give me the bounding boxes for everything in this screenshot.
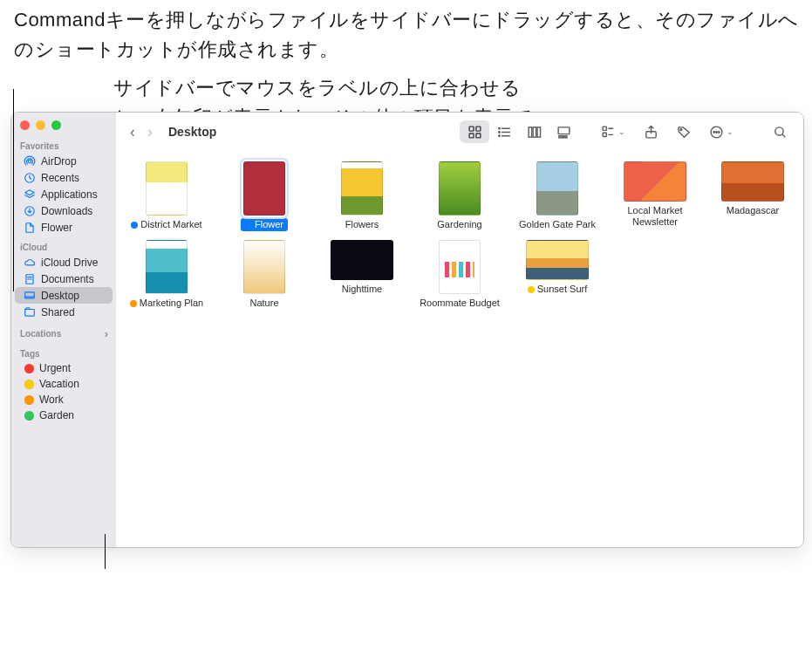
file-label: Gardening (433, 218, 486, 231)
chevron-down-icon: ⌄ (618, 127, 625, 136)
column-view-button[interactable] (519, 120, 549, 143)
sidebar-item-garden[interactable]: Garden (15, 407, 113, 423)
svg-point-17 (498, 131, 499, 132)
back-button[interactable]: ‹ (130, 123, 135, 141)
sidebar-item-urgent[interactable]: Urgent (15, 360, 113, 376)
sidebar-item-vacation[interactable]: Vacation (15, 376, 113, 392)
sidebar-item-label: Desktop (41, 290, 79, 302)
annotation-top: Commandキーを押しながらファイルをサイドバーにドラッグすると、そのファイル… (0, 0, 812, 65)
download-icon (23, 204, 36, 217)
file-item[interactable]: Nature (219, 240, 310, 310)
file-item[interactable]: Gardening (414, 161, 505, 231)
sidebar-item-label: Urgent (39, 362, 71, 374)
sidebar-item-documents[interactable]: Documents (15, 270, 113, 287)
sidebar-item-label: Work (39, 394, 64, 406)
file-label: Marketing Plan (126, 297, 208, 310)
sidebar-section-locations[interactable]: Locations › (11, 320, 116, 342)
file-item[interactable]: Marketing Plan (121, 240, 212, 310)
file-item[interactable]: Golden Gate Park (512, 161, 603, 231)
sidebar-item-airdrop[interactable]: AirDrop (15, 153, 113, 169)
sidebar-item-label: AirDrop (41, 155, 77, 168)
svg-line-37 (781, 133, 784, 136)
file-label: Sunset Surf (523, 283, 591, 296)
svg-rect-11 (469, 133, 474, 137)
main-pane: ‹ › Desktop (116, 113, 803, 547)
file-thumbnail (439, 161, 481, 216)
tags-label: Tags (20, 349, 40, 359)
file-item[interactable]: Flowers (317, 161, 407, 231)
sidebar-section-tags: Tags (11, 342, 116, 360)
file-item[interactable]: District Market (121, 161, 212, 231)
file-thumbnail (243, 161, 285, 216)
sidebar-item-label: Documents (41, 273, 94, 285)
file-name: Marketing Plan (140, 298, 203, 309)
sidebar-item-label: iCloud Drive (41, 257, 98, 269)
file-item[interactable]: Local Market Newsletter (610, 161, 700, 231)
forward-button[interactable]: › (147, 123, 153, 141)
file-label: Nighttime (338, 283, 386, 296)
sidebar-item-flower[interactable]: Flower (15, 219, 113, 236)
file-tag-icon (245, 222, 252, 229)
file-item[interactable]: Roommate Budget (414, 240, 505, 310)
file-thumbnail (624, 161, 686, 202)
file-name: Flower (255, 219, 283, 230)
file-item[interactable]: Nighttime (317, 240, 407, 310)
zoom-window-button[interactable] (51, 120, 61, 130)
file-thumbnail (721, 161, 784, 202)
svg-point-33 (713, 131, 714, 132)
svg-point-0 (28, 160, 31, 163)
file-name: Gardening (437, 219, 481, 230)
svg-rect-21 (537, 127, 541, 136)
svg-rect-27 (603, 133, 606, 136)
finder-window: Favorites AirDropRecentsApplicationsDown… (10, 112, 804, 548)
sidebar-item-downloads[interactable]: Downloads (15, 202, 113, 219)
file-name: Golden Gate Park (519, 219, 596, 230)
leader-top (13, 89, 14, 291)
file-name: Flowers (345, 219, 379, 230)
share-button[interactable] (636, 120, 665, 143)
svg-point-16 (498, 127, 499, 128)
file-label: Roommate Budget (415, 297, 504, 310)
file-label: Flowers (341, 218, 384, 231)
svg-point-35 (719, 131, 720, 132)
file-item[interactable]: Madagascar (707, 161, 798, 231)
gallery-view-button[interactable] (549, 120, 578, 143)
tags-button[interactable] (669, 120, 699, 143)
doc-icon (23, 272, 36, 285)
more-actions-button[interactable]: ⌄ (702, 120, 740, 143)
icon-view-button[interactable] (460, 120, 489, 143)
file-item[interactable]: Sunset Surf (512, 240, 603, 310)
minimize-window-button[interactable] (36, 120, 45, 130)
file-label: Nature (245, 297, 283, 310)
file-label: Madagascar (722, 204, 784, 217)
file-item[interactable]: Flower (219, 161, 310, 231)
file-name: Local Market Newsletter (614, 205, 696, 228)
sidebar: Favorites AirDropRecentsApplicationsDown… (11, 113, 116, 547)
tag-color-icon (24, 411, 34, 421)
svg-rect-24 (562, 135, 563, 137)
file-area[interactable]: District MarketFlowerFlowersGardeningGol… (116, 151, 803, 547)
list-view-button[interactable] (489, 120, 519, 143)
file-name: Nature (249, 298, 278, 309)
sidebar-item-work[interactable]: Work (15, 392, 113, 407)
sidebar-item-icloud-drive[interactable]: iCloud Drive (15, 254, 113, 270)
file-name: Madagascar (727, 205, 780, 216)
toolbar: ‹ › Desktop (116, 113, 803, 151)
svg-point-34 (716, 131, 717, 132)
clock-icon (23, 171, 36, 184)
svg-rect-22 (558, 127, 570, 133)
sidebar-item-desktop[interactable]: Desktop (15, 287, 113, 304)
sidebar-item-label: Garden (39, 409, 74, 421)
window-controls (11, 113, 116, 134)
file-thumbnail (146, 240, 188, 294)
search-button[interactable] (765, 120, 795, 143)
file-label: Local Market Newsletter (610, 204, 700, 229)
group-by-button[interactable]: ⌄ (594, 120, 632, 143)
sidebar-item-label: Applications (41, 188, 98, 201)
close-window-button[interactable] (20, 120, 30, 130)
sidebar-item-applications[interactable]: Applications (15, 186, 113, 202)
svg-rect-23 (558, 135, 560, 137)
sidebar-item-shared[interactable]: Shared (15, 304, 113, 320)
file-tag-icon (131, 222, 138, 229)
sidebar-item-recents[interactable]: Recents (15, 169, 113, 186)
